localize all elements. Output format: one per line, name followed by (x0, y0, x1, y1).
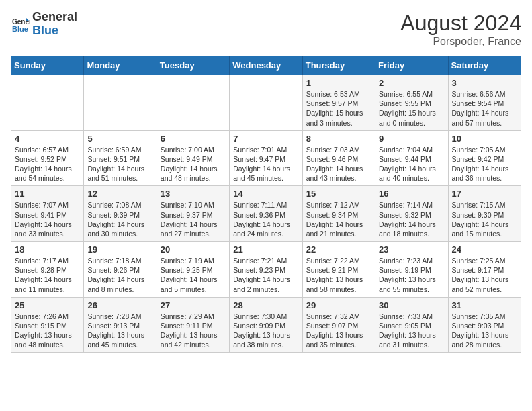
page-header: General Blue General Blue August 2024 Po… (11, 11, 521, 48)
weekday-header-tuesday: Tuesday (157, 56, 229, 75)
calendar-week-row: 4Sunrise: 6:57 AM Sunset: 9:52 PM Daylig… (11, 130, 521, 186)
day-info: Sunrise: 7:19 AM Sunset: 9:25 PM Dayligh… (161, 256, 226, 294)
day-number: 19 (87, 244, 152, 255)
calendar-day-14: 14Sunrise: 7:11 AM Sunset: 9:36 PM Dayli… (230, 186, 302, 242)
weekday-header-friday: Friday (375, 56, 448, 75)
day-info: Sunrise: 7:25 AM Sunset: 9:17 PM Dayligh… (452, 256, 517, 294)
calendar-day-12: 12Sunrise: 7:08 AM Sunset: 9:39 PM Dayli… (84, 186, 157, 242)
day-number: 25 (15, 300, 80, 310)
day-info: Sunrise: 6:57 AM Sunset: 9:52 PM Dayligh… (15, 145, 80, 183)
day-number: 14 (233, 189, 298, 199)
calendar-day-2: 2Sunrise: 6:55 AM Sunset: 9:55 PM Daylig… (375, 75, 448, 131)
weekday-header-saturday: Saturday (448, 56, 521, 75)
calendar-day-4: 4Sunrise: 6:57 AM Sunset: 9:52 PM Daylig… (11, 130, 84, 186)
day-info: Sunrise: 6:53 AM Sunset: 9:57 PM Dayligh… (306, 89, 371, 128)
calendar-day-25: 25Sunrise: 7:26 AM Sunset: 9:15 PM Dayli… (11, 297, 84, 353)
calendar-day-24: 24Sunrise: 7:25 AM Sunset: 9:17 PM Dayli… (448, 242, 521, 298)
calendar-day-5: 5Sunrise: 6:59 AM Sunset: 9:51 PM Daylig… (84, 130, 157, 186)
calendar-day-15: 15Sunrise: 7:12 AM Sunset: 9:34 PM Dayli… (302, 186, 375, 242)
day-number: 23 (379, 244, 444, 255)
calendar-day-30: 30Sunrise: 7:33 AM Sunset: 9:05 PM Dayli… (375, 297, 448, 353)
month-year: August 2024 (400, 11, 521, 36)
logo-general-text: General (32, 10, 77, 24)
day-info: Sunrise: 7:03 AM Sunset: 9:46 PM Dayligh… (306, 145, 371, 183)
logo-blue-text: Blue (32, 24, 58, 37)
weekday-header-wednesday: Wednesday (230, 56, 302, 75)
day-number: 2 (379, 78, 444, 88)
weekday-header-monday: Monday (84, 56, 157, 75)
weekday-header-sunday: Sunday (11, 56, 84, 75)
day-number: 21 (233, 244, 298, 255)
calendar-day-31: 31Sunrise: 7:35 AM Sunset: 9:03 PM Dayli… (448, 297, 521, 353)
day-number: 17 (452, 189, 517, 199)
day-info: Sunrise: 7:26 AM Sunset: 9:15 PM Dayligh… (15, 312, 80, 350)
location: Porspoder, France (400, 36, 521, 48)
day-info: Sunrise: 7:18 AM Sunset: 9:26 PM Dayligh… (87, 256, 152, 294)
calendar-day-13: 13Sunrise: 7:10 AM Sunset: 9:37 PM Dayli… (157, 186, 229, 242)
day-number: 26 (87, 300, 152, 310)
day-number: 16 (379, 189, 444, 199)
logo: General Blue General Blue (11, 11, 77, 38)
calendar-day-22: 22Sunrise: 7:22 AM Sunset: 9:21 PM Dayli… (302, 242, 375, 298)
day-info: Sunrise: 7:14 AM Sunset: 9:32 PM Dayligh… (379, 200, 444, 238)
calendar-day-21: 21Sunrise: 7:21 AM Sunset: 9:23 PM Dayli… (230, 242, 302, 298)
day-info: Sunrise: 6:55 AM Sunset: 9:55 PM Dayligh… (379, 89, 444, 128)
day-number: 9 (379, 134, 444, 144)
day-number: 28 (233, 300, 298, 310)
calendar-day-19: 19Sunrise: 7:18 AM Sunset: 9:26 PM Dayli… (84, 242, 157, 298)
day-number: 31 (452, 300, 517, 310)
day-number: 13 (161, 189, 226, 199)
weekday-header-thursday: Thursday (302, 56, 375, 75)
day-number: 5 (87, 134, 152, 144)
day-number: 22 (306, 244, 371, 255)
calendar-day-17: 17Sunrise: 7:15 AM Sunset: 9:30 PM Dayli… (448, 186, 521, 242)
calendar-day-28: 28Sunrise: 7:30 AM Sunset: 9:09 PM Dayli… (230, 297, 302, 353)
calendar-week-row: 1Sunrise: 6:53 AM Sunset: 9:57 PM Daylig… (11, 75, 521, 131)
day-info: Sunrise: 7:17 AM Sunset: 9:28 PM Dayligh… (15, 256, 80, 294)
day-info: Sunrise: 7:00 AM Sunset: 9:49 PM Dayligh… (161, 145, 226, 183)
calendar-table: SundayMondayTuesdayWednesdayThursdayFrid… (11, 56, 521, 353)
day-info: Sunrise: 7:22 AM Sunset: 9:21 PM Dayligh… (306, 256, 371, 294)
calendar-week-row: 18Sunrise: 7:17 AM Sunset: 9:28 PM Dayli… (11, 242, 521, 298)
day-info: Sunrise: 7:04 AM Sunset: 9:44 PM Dayligh… (379, 145, 444, 183)
day-info: Sunrise: 6:56 AM Sunset: 9:54 PM Dayligh… (452, 89, 517, 128)
empty-day (230, 75, 302, 131)
day-number: 10 (452, 134, 517, 144)
day-info: Sunrise: 7:01 AM Sunset: 9:47 PM Dayligh… (233, 145, 298, 183)
day-number: 30 (379, 300, 444, 310)
logo-icon: General Blue (11, 15, 30, 34)
day-number: 4 (15, 134, 80, 144)
empty-day (11, 75, 84, 131)
day-info: Sunrise: 7:11 AM Sunset: 9:36 PM Dayligh… (233, 200, 298, 238)
calendar-day-6: 6Sunrise: 7:00 AM Sunset: 9:49 PM Daylig… (157, 130, 229, 186)
day-number: 24 (452, 244, 517, 255)
day-info: Sunrise: 7:35 AM Sunset: 9:03 PM Dayligh… (452, 312, 517, 350)
day-info: Sunrise: 7:07 AM Sunset: 9:41 PM Dayligh… (15, 200, 80, 238)
empty-day (157, 75, 229, 131)
day-number: 8 (306, 134, 371, 144)
day-info: Sunrise: 6:59 AM Sunset: 9:51 PM Dayligh… (87, 145, 152, 183)
day-info: Sunrise: 7:12 AM Sunset: 9:34 PM Dayligh… (306, 200, 371, 238)
calendar-day-1: 1Sunrise: 6:53 AM Sunset: 9:57 PM Daylig… (302, 75, 375, 131)
calendar-day-20: 20Sunrise: 7:19 AM Sunset: 9:25 PM Dayli… (157, 242, 229, 298)
day-info: Sunrise: 7:15 AM Sunset: 9:30 PM Dayligh… (452, 200, 517, 238)
day-info: Sunrise: 7:05 AM Sunset: 9:42 PM Dayligh… (452, 145, 517, 183)
calendar-day-3: 3Sunrise: 6:56 AM Sunset: 9:54 PM Daylig… (448, 75, 521, 131)
calendar-week-row: 25Sunrise: 7:26 AM Sunset: 9:15 PM Dayli… (11, 297, 521, 353)
day-number: 7 (233, 134, 298, 144)
day-info: Sunrise: 7:30 AM Sunset: 9:09 PM Dayligh… (233, 312, 298, 350)
day-info: Sunrise: 7:08 AM Sunset: 9:39 PM Dayligh… (87, 200, 152, 238)
title-area: August 2024 Porspoder, France (400, 11, 521, 48)
calendar-day-11: 11Sunrise: 7:07 AM Sunset: 9:41 PM Dayli… (11, 186, 84, 242)
day-info: Sunrise: 7:23 AM Sunset: 9:19 PM Dayligh… (379, 256, 444, 294)
calendar-day-23: 23Sunrise: 7:23 AM Sunset: 9:19 PM Dayli… (375, 242, 448, 298)
day-number: 1 (306, 78, 371, 88)
weekday-header-row: SundayMondayTuesdayWednesdayThursdayFrid… (11, 56, 521, 75)
calendar-day-7: 7Sunrise: 7:01 AM Sunset: 9:47 PM Daylig… (230, 130, 302, 186)
calendar-day-8: 8Sunrise: 7:03 AM Sunset: 9:46 PM Daylig… (302, 130, 375, 186)
day-number: 3 (452, 78, 517, 88)
day-number: 15 (306, 189, 371, 199)
day-info: Sunrise: 7:32 AM Sunset: 9:07 PM Dayligh… (306, 312, 371, 350)
calendar-day-29: 29Sunrise: 7:32 AM Sunset: 9:07 PM Dayli… (302, 297, 375, 353)
calendar-week-row: 11Sunrise: 7:07 AM Sunset: 9:41 PM Dayli… (11, 186, 521, 242)
